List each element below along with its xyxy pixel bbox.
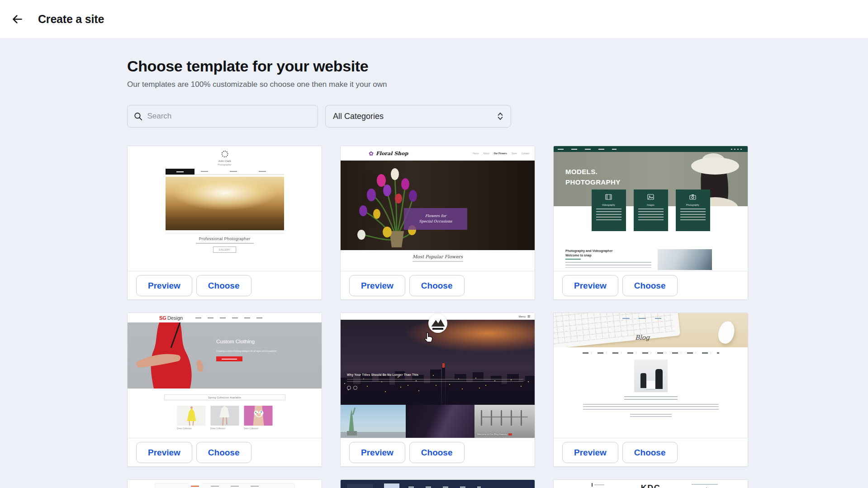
mini-cta-button <box>216 356 242 361</box>
mini-link-placeholder <box>565 259 581 260</box>
mini-hero-copy: Custom Clothing Creating custom clothing… <box>216 339 288 361</box>
mini-hero-sunset-field <box>166 177 284 230</box>
mini-tagline-placeholder <box>196 243 254 244</box>
preview-button[interactable]: Preview <box>349 442 405 463</box>
mini-portrait-image <box>658 249 712 270</box>
mini-banner-text: Blog <box>635 334 650 341</box>
figure-shape <box>640 373 646 388</box>
preview-button[interactable]: Preview <box>562 442 618 463</box>
template-card-floral-shop[interactable]: ✿ Floral Shop Home About Our Flowers Sto… <box>340 146 535 300</box>
template-card-sg-design[interactable]: SG Design Custom Clothing Creating cust <box>127 313 322 467</box>
mini-nav-item: Contact <box>522 152 529 155</box>
mini-gallery-thumbs: Welcome to Our Blog Feature <box>341 405 535 438</box>
mini-brand-name: Floral Shop <box>376 151 408 156</box>
section-subtitle: Our templates are 100% customizable so c… <box>127 80 868 90</box>
app-header: Create a site <box>0 0 868 38</box>
mountain-badge-logo <box>428 314 447 333</box>
templates-grid: John Clark Photographer Professional Pho… <box>127 146 868 488</box>
template-card-blog[interactable]: Blog Preview Choose <box>553 313 748 467</box>
filter-bar: All Categories <box>127 105 868 128</box>
template-preview-kdc: KDC <box>554 480 748 488</box>
template-card-travel-blog[interactable]: Menu ☰ Why Your Titles Should Be No Long… <box>340 313 535 467</box>
mini-brand-rest: Design <box>167 315 183 321</box>
template-card-partial-tabs[interactable]: Preview Choose <box>127 479 322 488</box>
mini-active-tab <box>191 486 199 487</box>
mini-nav-item: Home <box>473 152 479 155</box>
template-card-photographer[interactable]: John Clark Photographer Professional Pho… <box>127 146 322 300</box>
mini-nav-item: Our Flowers <box>494 152 507 155</box>
mini-hero-headline: Why Your Titles Should Be No Longer Than… <box>347 373 469 376</box>
mini-lower-subheading: Welcome to snap <box>565 254 651 257</box>
choose-button[interactable]: Choose <box>409 442 465 463</box>
mini-divider <box>166 233 284 233</box>
mini-top-links-placeholder <box>622 318 661 319</box>
mini-thumb-column: Dress Collection <box>210 406 239 430</box>
mini-panel-title: Videography <box>592 204 626 206</box>
template-card-partial-navy[interactable]: Preview Choose <box>340 479 535 488</box>
preview-button[interactable]: Preview <box>562 275 618 296</box>
mini-thumb-caption: Welcome to Our Blog Feature <box>477 433 533 436</box>
template-preview-models-photography: MODELS. PHOTOGRAPHY Videography Images <box>554 146 748 271</box>
mini-thumb-caption-text: Welcome to Our Blog Feature <box>477 433 507 436</box>
preview-button[interactable]: Preview <box>349 275 405 296</box>
category-select[interactable]: All Categories <box>325 105 511 128</box>
mini-paragraph-placeholder <box>583 404 719 411</box>
template-card-kdc[interactable]: KDC Preview Choose <box>553 479 748 488</box>
keyboard-illustration <box>554 313 680 347</box>
mini-thumb-label: Swim Collection <box>244 427 272 430</box>
search-input[interactable] <box>147 112 311 121</box>
mini-hero-title: MODELS. PHOTOGRAPHY <box>565 166 621 188</box>
card-actions: Preview Choose <box>554 438 748 467</box>
city-skyline-illustration <box>341 363 535 405</box>
mini-hero-subtitle: Creating custom clothing designs for all… <box>216 349 288 353</box>
mini-heading: Professional Photographer <box>128 237 322 241</box>
choose-button[interactable]: Choose <box>196 275 251 296</box>
template-preview-partial-navy <box>341 480 535 488</box>
mini-thumb-yellow-dress <box>177 406 205 426</box>
preview-button[interactable]: Preview <box>136 275 192 296</box>
mini-lower-content: Photography and Videographer Welcome to … <box>565 249 712 270</box>
mini-thumb-label: Dress Collection <box>177 427 205 430</box>
section-heading: Choose template for your website <box>127 56 868 76</box>
choose-button[interactable]: Choose <box>196 442 251 463</box>
tulip-bouquet-illustration <box>344 163 448 249</box>
mini-lower-heading: Photography and Videographer <box>565 249 651 252</box>
mini-thumb-white-dress <box>210 406 239 426</box>
mountain-icon <box>430 317 446 327</box>
template-preview-floral-shop: ✿ Floral Shop Home About Our Flowers Sto… <box>341 146 535 271</box>
search-box[interactable] <box>127 105 318 128</box>
ski-lift-shapes <box>481 410 528 426</box>
mini-panel-title: Photography <box>676 204 710 206</box>
template-preview-photographer: John Clark Photographer Professional Pho… <box>128 146 322 271</box>
card-actions: Preview Choose <box>554 271 748 300</box>
mini-brand-name: KDC <box>641 483 661 488</box>
mini-carousel-arrows <box>347 386 357 390</box>
card-actions: Preview Choose <box>128 271 322 300</box>
mini-logo-text-placeholder <box>432 328 443 330</box>
choose-button[interactable]: Choose <box>622 442 678 463</box>
mini-banner: Spring Collection Available <box>164 394 285 400</box>
mini-hero-text-line1: Flowers for <box>425 213 446 219</box>
choose-button[interactable]: Choose <box>622 275 678 296</box>
aperture-logo-icon <box>221 151 228 157</box>
preview-button[interactable]: Preview <box>136 442 192 463</box>
mini-panel-photography: Photography <box>676 190 710 231</box>
mini-navbar: Home About Our Flowers Store Contact <box>473 152 529 155</box>
template-card-models-photography[interactable]: MODELS. PHOTOGRAPHY Videography Images <box>553 146 748 300</box>
mini-panel-images: Images <box>634 190 668 231</box>
mini-hero-text-placeholder <box>347 379 523 382</box>
red-chip <box>508 433 512 436</box>
mini-panel-videography: Videography <box>592 190 626 231</box>
unfold-more-icon <box>496 111 505 121</box>
mini-brand-name: John Clark <box>128 160 322 162</box>
mini-feature-panels: Videography Images Photography <box>592 190 710 231</box>
mini-nav-item: About <box>484 152 489 155</box>
template-preview-sg-design: SG Design Custom Clothing Creating cust <box>128 313 322 438</box>
mini-hero-title-line1: MODELS. <box>565 166 621 177</box>
figure-shape <box>655 369 663 389</box>
choose-button[interactable]: Choose <box>409 275 465 296</box>
mini-panel-text-placeholder <box>680 208 706 221</box>
mouse-illustration <box>716 320 736 346</box>
back-button[interactable] <box>8 10 26 28</box>
flower-logo-icon: ✿ <box>369 150 374 157</box>
